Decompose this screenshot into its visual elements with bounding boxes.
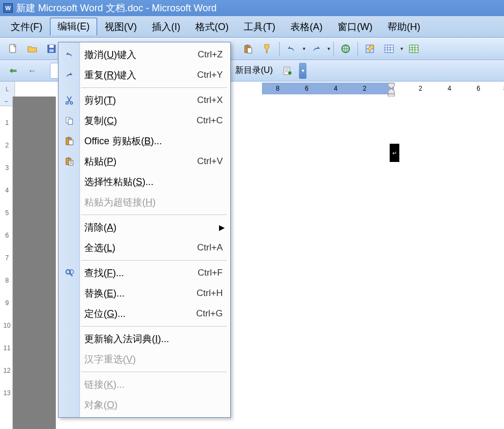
menu-item[interactable]: 全选(L)Ctrl+A (59, 238, 230, 258)
menu-item[interactable]: 粘贴(P)Ctrl+V (59, 151, 230, 172)
text-cursor (390, 144, 399, 162)
menu-item-label: 对象(O) (84, 398, 223, 411)
vertical-ruler[interactable]: − 1 2 3 4 5 6 7 8 9 10 11 12 13 (0, 97, 13, 429)
menu-item-label: 替换(E)... (84, 287, 186, 300)
ruler-tick: 9 (2, 299, 12, 307)
menu-item: 对象(O) (59, 395, 230, 415)
submenu-arrow-icon: ▶ (219, 223, 225, 232)
svg-point-12 (288, 71, 291, 75)
menu-item-label: 复制(C) (84, 114, 186, 127)
undo-icon (63, 48, 76, 61)
insert-table-dropdown[interactable]: ▾ (399, 46, 404, 51)
menu-item-shortcut: Ctrl+V (197, 156, 223, 167)
clipboard-icon (63, 135, 76, 147)
svg-rect-22 (68, 157, 69, 159)
redo-button[interactable] (308, 41, 324, 57)
menu-item[interactable]: 定位(G)...Ctrl+G (59, 304, 230, 324)
window-title: 新建 Microsoft Word 文档.doc - Microsoft Wor… (16, 2, 216, 14)
menu-format[interactable]: 格式(O) (188, 18, 236, 35)
menu-item[interactable]: 撤消(U)键入Ctrl+Z (59, 45, 230, 65)
menu-item-shortcut: Ctrl+G (196, 308, 223, 319)
menu-item: 粘贴为超链接(H) (59, 192, 230, 212)
ruler-tick: 13 (2, 389, 12, 397)
ruler-tick: 12 (2, 367, 12, 374)
insert-worksheet-button[interactable] (406, 41, 422, 57)
menu-item[interactable]: 复制(C)Ctrl+C (59, 110, 230, 131)
ruler-tick: 6 (477, 85, 480, 92)
menu-item: 链接(K)... (59, 374, 230, 395)
move-left-button[interactable]: ← (24, 63, 40, 79)
menu-separator (81, 87, 227, 88)
toc-options-button[interactable] (280, 63, 296, 79)
ruler-corner: L (0, 82, 15, 97)
ruler-tick: 4 (448, 85, 451, 92)
hyperlink-button[interactable] (338, 41, 354, 57)
undo-button[interactable] (283, 41, 300, 57)
menu-item-label: 剪切(T) (84, 94, 186, 107)
ruler-tick: 4 (2, 187, 12, 194)
menu-item-shortcut: Ctrl+Z (198, 49, 223, 60)
toolbar-options-button[interactable]: ▾ (299, 63, 306, 79)
menu-item[interactable]: 选择性粘贴(S)... (59, 172, 230, 192)
hanging-indent-marker[interactable] (388, 87, 395, 97)
svg-rect-17 (68, 119, 72, 124)
svg-rect-13 (388, 94, 395, 97)
new-document-button[interactable] (5, 41, 21, 57)
menu-item-label: 汉字重选(V) (84, 353, 223, 366)
ruler-tick: 3 (2, 164, 12, 172)
open-button[interactable] (24, 41, 40, 57)
menu-item[interactable]: 更新输入法词典(I)... (59, 329, 230, 349)
menu-item-label: 清除(A) (84, 221, 223, 234)
menu-item[interactable]: 重复(R)键入Ctrl+Y (59, 65, 230, 85)
ruler-tick: 7 (2, 254, 12, 262)
menu-insert[interactable]: 插入(I) (144, 18, 188, 35)
menu-item-shortcut: Ctrl+H (196, 288, 223, 299)
undo-dropdown[interactable]: ▾ (301, 46, 306, 51)
menu-item[interactable]: 清除(A)▶ (59, 217, 230, 238)
update-toc-button[interactable]: 新目录(U) (230, 63, 278, 79)
ruler-tick: 2 (363, 85, 367, 92)
cut-icon (63, 94, 76, 107)
menu-tools[interactable]: 工具(T) (236, 18, 283, 35)
svg-rect-19 (68, 137, 70, 139)
redo-icon (63, 69, 76, 82)
menu-table[interactable]: 表格(A) (283, 18, 330, 35)
menu-item-label: 粘贴(P) (84, 155, 186, 168)
svg-rect-10 (410, 45, 418, 53)
redo-dropdown[interactable]: ▾ (326, 46, 331, 51)
ruler-tick: 11 (2, 344, 12, 352)
menu-item-label: 全选(L) (84, 241, 186, 254)
find-icon (63, 267, 76, 279)
page-margin-area (13, 97, 56, 429)
menu-item-label: 链接(K)... (84, 378, 223, 391)
menu-file[interactable]: 文件(F) (3, 18, 50, 35)
svg-rect-5 (246, 45, 249, 47)
paste-button[interactable] (240, 41, 256, 57)
ruler-tick: 6 (2, 232, 12, 239)
tables-borders-button[interactable] (362, 41, 378, 57)
ruler-tick: 2 (2, 142, 12, 149)
svg-rect-20 (69, 140, 73, 145)
menu-item[interactable]: 剪切(T)Ctrl+X (59, 90, 230, 110)
save-button[interactable] (43, 41, 60, 57)
menu-item-shortcut: Ctrl+F (198, 268, 223, 278)
promote-button[interactable]: ⇐ (5, 63, 21, 79)
svg-rect-3 (49, 49, 54, 52)
format-painter-button[interactable] (259, 41, 275, 57)
collapse-button[interactable]: − (0, 97, 12, 106)
svg-point-14 (66, 102, 68, 104)
menu-help[interactable]: 帮助(H) (380, 18, 428, 35)
insert-table-button[interactable] (381, 41, 397, 57)
ruler-tick: 8 (2, 277, 12, 284)
word-app-icon (3, 3, 13, 13)
ruler-tick: 5 (2, 209, 12, 217)
menu-window[interactable]: 窗口(W) (330, 18, 380, 35)
menu-separator (81, 214, 227, 215)
document-page[interactable] (261, 106, 504, 429)
menu-view[interactable]: 视图(V) (97, 18, 144, 35)
menu-item[interactable]: 替换(E)...Ctrl+H (59, 283, 230, 304)
menu-edit[interactable]: 编辑(E) (50, 18, 97, 35)
menu-item-label: 粘贴为超链接(H) (84, 196, 223, 209)
menu-item[interactable]: Office 剪贴板(B)... (59, 131, 230, 151)
menu-item[interactable]: 查找(F)...Ctrl+F (59, 263, 230, 283)
